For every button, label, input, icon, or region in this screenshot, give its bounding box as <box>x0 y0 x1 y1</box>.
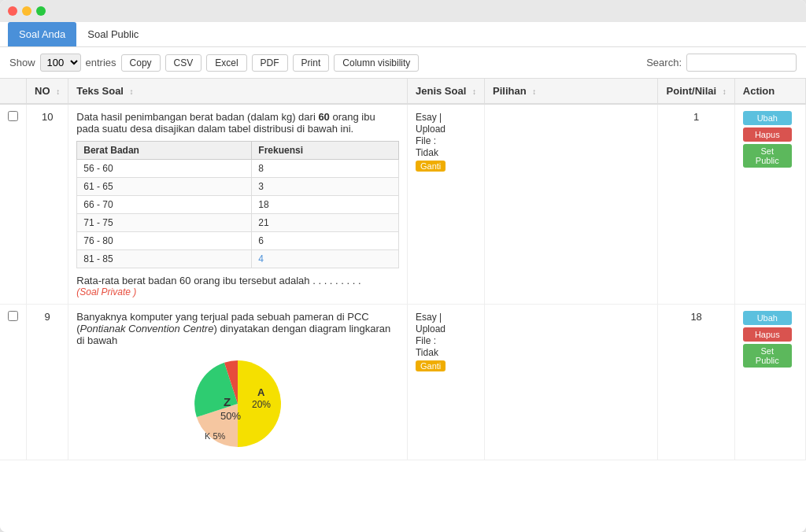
copy-button[interactable]: Copy <box>121 54 161 72</box>
sort-jenis-icon: ↕ <box>472 87 476 96</box>
th-point-label: Point/Nilai <box>667 85 717 97</box>
th-jenis[interactable]: Jenis Soal ↕ <box>407 79 484 104</box>
th-teks-label: Teks Soal <box>76 85 124 97</box>
row-check-10 <box>0 104 27 305</box>
th-jenis-label: Jenis Soal <box>416 85 466 97</box>
pie-label-z-pct: 50% <box>220 410 241 422</box>
hapus-button-10[interactable]: Hapus <box>743 127 792 142</box>
ganti-badge-10[interactable]: Ganti <box>416 161 446 172</box>
ubah-button-9[interactable]: Ubah <box>743 311 792 325</box>
pie-label-k: K 5% <box>205 431 226 441</box>
table-row: 9 Banyaknya komputer yang terjual pada s… <box>0 305 806 460</box>
bold-60: 60 <box>318 111 329 123</box>
app-window: Soal Anda Soal Public Show 100 25 50 ent… <box>0 0 806 532</box>
row-pilihan-10 <box>485 104 658 305</box>
inner-th-berat: Berat Badan <box>77 142 252 160</box>
tab-soal-anda[interactable]: Soal Anda <box>8 22 76 46</box>
pie-label-a-pct: 20% <box>252 399 271 410</box>
row-teks-9: Banyaknya komputer yang terjual pada seb… <box>68 305 408 460</box>
inner-table-10: Berat Badan Frekuensi 56 - 608 61 - 653 … <box>76 141 399 268</box>
row-action-9: Ubah Hapus Set Public <box>734 305 805 460</box>
titlebar <box>0 0 806 22</box>
row-pilihan-9 <box>485 305 658 460</box>
row-teks-10: Data hasil penimbangan berat badan (dala… <box>68 104 408 305</box>
setpublic-button-9[interactable]: Set Public <box>743 344 792 368</box>
pie-chart-svg: A 20% Z 50% K 5% <box>175 353 301 447</box>
pie-chart: A 20% Z 50% K 5% <box>175 353 301 447</box>
main-table: NO ↕ Teks Soal ↕ Jenis Soal ↕ Pilihan <box>0 79 806 460</box>
inner-row: 66 - 7018 <box>77 196 399 214</box>
inner-row: 61 - 653 <box>77 178 399 196</box>
row-action-10: Ubah Hapus Set Public <box>734 104 805 305</box>
jenis-text-10: Esay |UploadFile :Tidak <box>416 112 446 158</box>
pie-label-a: A <box>257 386 265 398</box>
sort-pilihan-icon: ↕ <box>532 87 536 96</box>
tabs-bar: Soal Anda Soal Public <box>0 22 806 47</box>
pie-label-z: Z <box>224 395 231 408</box>
point-value-10: 1 <box>693 111 699 123</box>
row-teks-intro-9: Banyaknya komputer yang terjual pada seb… <box>76 311 399 346</box>
ganti-badge-9[interactable]: Ganti <box>416 360 446 371</box>
sort-teks-icon: ↕ <box>130 87 134 96</box>
search-area: Search: <box>646 54 797 72</box>
sort-no-icon: ↕ <box>56 87 60 96</box>
th-no-label: NO <box>35 85 50 97</box>
row-no-10: 10 <box>27 104 68 305</box>
italic-pontianak: Pontianak Convention Centre <box>80 323 214 334</box>
show-label: Show <box>9 57 35 68</box>
table-header-row: NO ↕ Teks Soal ↕ Jenis Soal ↕ Pilihan <box>0 79 806 104</box>
entries-select[interactable]: 100 25 50 <box>40 54 81 72</box>
table-row: 10 Data hasil penimbangan berat badan (d… <box>0 104 806 305</box>
th-no[interactable]: NO ↕ <box>27 79 68 104</box>
column-visibility-button[interactable]: Column visibility <box>334 54 419 72</box>
close-dot[interactable] <box>8 6 17 16</box>
csv-button[interactable]: CSV <box>165 54 202 72</box>
tab-soal-public[interactable]: Soal Public <box>76 22 150 46</box>
row-point-9: 18 <box>658 305 734 460</box>
row-jenis-10: Esay |UploadFile :Tidak Ganti <box>407 104 484 305</box>
th-pilihan-label: Pilihan <box>493 85 527 97</box>
inner-table-header: Berat Badan Frekuensi <box>77 142 399 160</box>
main-content: Soal Anda Soal Public Show 100 25 50 ent… <box>0 22 806 532</box>
point-value-9: 18 <box>690 311 701 323</box>
th-teks[interactable]: Teks Soal ↕ <box>68 79 408 104</box>
row-teks-intro: Data hasil penimbangan berat badan (dala… <box>76 111 399 135</box>
th-check <box>0 79 27 104</box>
hapus-button-9[interactable]: Hapus <box>743 327 792 342</box>
entries-label: entries <box>86 57 116 68</box>
search-input[interactable] <box>686 54 797 72</box>
inner-th-frek: Frekuensi <box>252 142 399 160</box>
checkbox-9[interactable] <box>8 311 18 321</box>
inner-row: 81 - 854 <box>77 250 399 268</box>
excel-button[interactable]: Excel <box>206 54 246 72</box>
checkbox-10[interactable] <box>8 111 18 121</box>
row-teks-footer: Rata-rata berat badan 60 orang ibu terse… <box>76 275 399 286</box>
th-action: Action <box>734 79 805 104</box>
row-jenis-9: Esay |UploadFile :Tidak Ganti <box>407 305 484 460</box>
row-point-10: 1 <box>658 104 734 305</box>
search-label: Search: <box>646 57 682 68</box>
toolbar: Show 100 25 50 entries Copy CSV Excel PD… <box>0 47 806 79</box>
row-no-9: 9 <box>27 305 68 460</box>
minimize-dot[interactable] <box>22 6 31 16</box>
sort-point-icon: ↕ <box>723 87 727 96</box>
ubah-button-10[interactable]: Ubah <box>743 111 792 125</box>
inner-row: 76 - 806 <box>77 232 399 250</box>
row-check-9 <box>0 305 27 460</box>
jenis-text-9: Esay |UploadFile :Tidak <box>416 312 446 358</box>
row-no-value-9: 9 <box>45 311 50 323</box>
inner-row: 71 - 7521 <box>77 214 399 232</box>
th-action-label: Action <box>743 85 775 97</box>
th-point[interactable]: Point/Nilai ↕ <box>658 79 734 104</box>
pdf-button[interactable]: PDF <box>252 54 288 72</box>
soal-private-label: (Soal Private ) <box>76 286 399 297</box>
table-wrapper: NO ↕ Teks Soal ↕ Jenis Soal ↕ Pilihan <box>0 79 806 532</box>
setpublic-button-10[interactable]: Set Public <box>743 144 792 168</box>
maximize-dot[interactable] <box>36 6 46 16</box>
th-pilihan[interactable]: Pilihan ↕ <box>485 79 658 104</box>
inner-row: 56 - 608 <box>77 160 399 178</box>
row-no-value: 10 <box>42 111 53 123</box>
print-button[interactable]: Print <box>293 54 330 72</box>
